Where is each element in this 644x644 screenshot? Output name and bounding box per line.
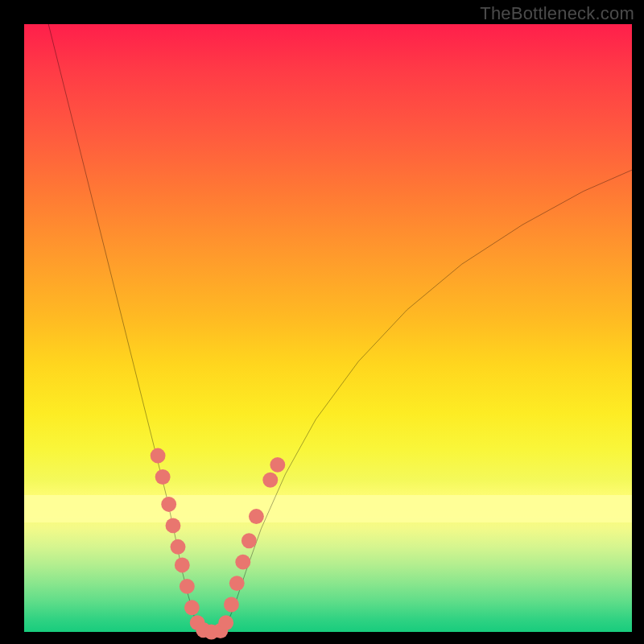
marker-dot (270, 457, 285, 473)
marker-dot (229, 576, 245, 591)
marker-group (151, 448, 286, 640)
marker-dot (224, 597, 239, 613)
marker-dot (180, 579, 195, 594)
curve-layer (24, 24, 632, 632)
marker-dot (171, 539, 186, 555)
marker-dot (218, 615, 233, 630)
marker-dot (249, 509, 264, 524)
bottleneck-curve (48, 24, 632, 632)
marker-dot (184, 600, 200, 615)
marker-dot (166, 518, 181, 533)
marker-dot (151, 448, 166, 464)
marker-dot (242, 533, 257, 548)
marker-dot (235, 555, 250, 570)
marker-dot (262, 473, 278, 488)
chart-frame: TheBottleneck.com (0, 0, 644, 644)
plot-area (24, 24, 632, 632)
marker-dot (175, 558, 190, 573)
watermark-text: TheBottleneck.com (480, 3, 634, 24)
marker-dot (155, 469, 171, 485)
marker-dot (161, 497, 176, 512)
